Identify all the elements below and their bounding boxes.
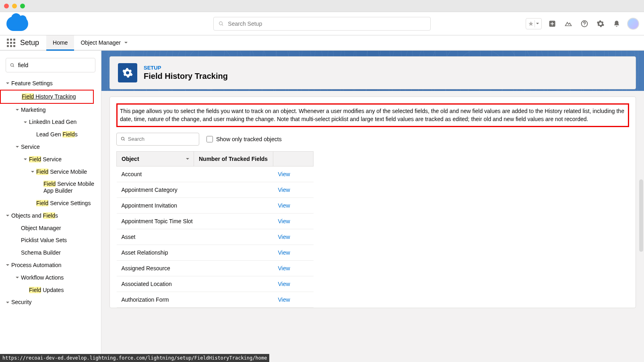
global-actions xyxy=(526,18,639,30)
tree-item[interactable]: Picklist Value Sets xyxy=(0,234,101,247)
quick-find-input[interactable] xyxy=(18,62,91,68)
search-icon xyxy=(10,63,15,68)
object-name-cell: Appointment Category xyxy=(117,182,273,197)
tree-item[interactable]: Schema Builder xyxy=(0,247,101,259)
plus-icon xyxy=(548,20,556,28)
tree-item[interactable]: Field Service Mobile App Builder xyxy=(0,178,101,197)
tree-item[interactable]: LinkedIn Lead Gen xyxy=(0,116,101,128)
salesforce-help-button[interactable] xyxy=(563,18,574,29)
tree-item[interactable]: Marketing xyxy=(0,104,101,116)
tab-object-manager[interactable]: Object Manager xyxy=(74,35,134,50)
view-link[interactable]: View xyxy=(278,281,290,287)
salesforce-logo[interactable] xyxy=(6,16,28,31)
global-create-button[interactable] xyxy=(547,18,558,29)
view-cell: View xyxy=(273,182,314,197)
col-tracked-label: Number of Tracked Fields xyxy=(199,156,268,162)
tree-item-label: Security xyxy=(11,299,99,306)
object-name-cell: Asset xyxy=(117,229,273,245)
global-search-input[interactable] xyxy=(228,21,425,27)
content-card: This page allows you to select the field… xyxy=(109,97,636,308)
tree-item[interactable]: Service xyxy=(0,141,101,153)
global-search[interactable] xyxy=(213,17,431,31)
view-cell: View xyxy=(273,276,314,292)
tree-item-label: Feature Settings xyxy=(11,80,99,87)
view-link[interactable]: View xyxy=(278,171,290,177)
sort-icon[interactable] xyxy=(186,156,190,162)
quick-find[interactable] xyxy=(6,58,95,72)
table-row: Associated LocationView xyxy=(117,276,314,292)
show-tracked-checkbox-input[interactable] xyxy=(206,136,213,142)
question-icon xyxy=(581,20,588,27)
chevron-down-icon[interactable] xyxy=(29,170,36,174)
tree-item[interactable]: Field Service Mobile xyxy=(0,166,101,178)
tree-item[interactable]: Field History Tracking xyxy=(0,90,94,104)
tree-item[interactable]: Security xyxy=(0,296,101,309)
chevron-down-icon[interactable] xyxy=(4,263,11,267)
object-search[interactable] xyxy=(116,133,199,146)
bell-icon xyxy=(613,20,620,27)
tree-item[interactable]: Field Updates xyxy=(0,284,101,296)
table-row: Assigned ResourceView xyxy=(117,260,314,276)
gear-icon xyxy=(597,20,605,28)
tree-item-label: Service xyxy=(21,144,99,150)
view-link[interactable]: View xyxy=(278,234,290,240)
chevron-down-icon[interactable] xyxy=(14,145,21,149)
tree-item[interactable]: Field Service xyxy=(0,153,101,166)
tree-item[interactable]: Lead Gen Fields xyxy=(0,128,101,141)
chevron-down-icon[interactable] xyxy=(4,81,11,85)
chevron-down-icon[interactable] xyxy=(14,276,21,280)
mac-titlebar xyxy=(0,0,644,12)
object-name-cell: Account xyxy=(117,166,273,182)
mac-close-dot[interactable] xyxy=(4,4,9,8)
chevron-down-icon[interactable] xyxy=(14,108,21,112)
help-button[interactable] xyxy=(579,18,590,29)
tree-item-label: Process Automation xyxy=(11,262,99,269)
object-search-input[interactable] xyxy=(128,136,195,142)
user-avatar[interactable] xyxy=(627,18,639,30)
mac-min-dot[interactable] xyxy=(12,4,17,8)
tree-item[interactable]: Object Manager xyxy=(0,222,101,234)
view-link[interactable]: View xyxy=(278,187,290,193)
show-tracked-checkbox[interactable]: Show only tracked objects xyxy=(206,136,282,142)
tree-item-label: Object Manager xyxy=(21,225,99,232)
tree-item[interactable]: Objects and Fields xyxy=(0,210,101,222)
col-tracked[interactable]: Number of Tracked Fields xyxy=(194,151,273,166)
chevron-down-icon[interactable] xyxy=(4,300,11,304)
svg-line-11 xyxy=(124,140,124,140)
view-link[interactable]: View xyxy=(278,265,290,272)
mac-max-dot[interactable] xyxy=(20,4,25,8)
favorites-button[interactable] xyxy=(526,18,542,29)
view-link[interactable]: View xyxy=(278,296,290,303)
tab-home[interactable]: Home xyxy=(46,35,74,50)
chevron-down-icon[interactable] xyxy=(22,157,29,161)
view-link[interactable]: View xyxy=(278,202,290,209)
tree-item[interactable]: Workflow Actions xyxy=(0,272,101,284)
chevron-down-icon xyxy=(536,22,539,25)
notifications-button[interactable] xyxy=(611,18,622,29)
object-name-cell: Appointment Topic Time Slot xyxy=(117,213,273,229)
view-cell: View xyxy=(273,260,314,276)
page-title: Field History Tracking xyxy=(144,72,228,81)
chevron-down-icon[interactable] xyxy=(22,120,29,124)
table-row: Asset RelationshipView xyxy=(117,245,314,260)
global-header xyxy=(0,12,644,35)
svg-point-8 xyxy=(10,64,13,66)
tree-item-label: Field Updates xyxy=(29,287,99,294)
main-content: SETUP Field History Tracking This page a… xyxy=(101,51,644,362)
setup-gear-button[interactable] xyxy=(595,18,606,29)
view-link[interactable]: View xyxy=(278,218,290,224)
tree-item[interactable]: Field Service Settings xyxy=(0,197,101,210)
scrollbar[interactable] xyxy=(639,179,643,252)
col-object[interactable]: Object xyxy=(117,151,194,166)
app-launcher[interactable] xyxy=(4,35,18,50)
setup-sidebar: Feature SettingsField History TrackingMa… xyxy=(0,51,101,362)
tree-item[interactable]: Feature Settings xyxy=(0,77,101,90)
svg-line-1 xyxy=(222,24,223,25)
svg-marker-2 xyxy=(528,21,533,26)
chevron-down-icon[interactable] xyxy=(4,214,11,218)
tree-item-label: Lead Gen Fields xyxy=(36,131,99,138)
tree-item[interactable]: Process Automation xyxy=(0,259,101,272)
trailhead-icon xyxy=(564,20,572,28)
view-link[interactable]: View xyxy=(278,249,290,256)
col-action xyxy=(273,151,314,166)
